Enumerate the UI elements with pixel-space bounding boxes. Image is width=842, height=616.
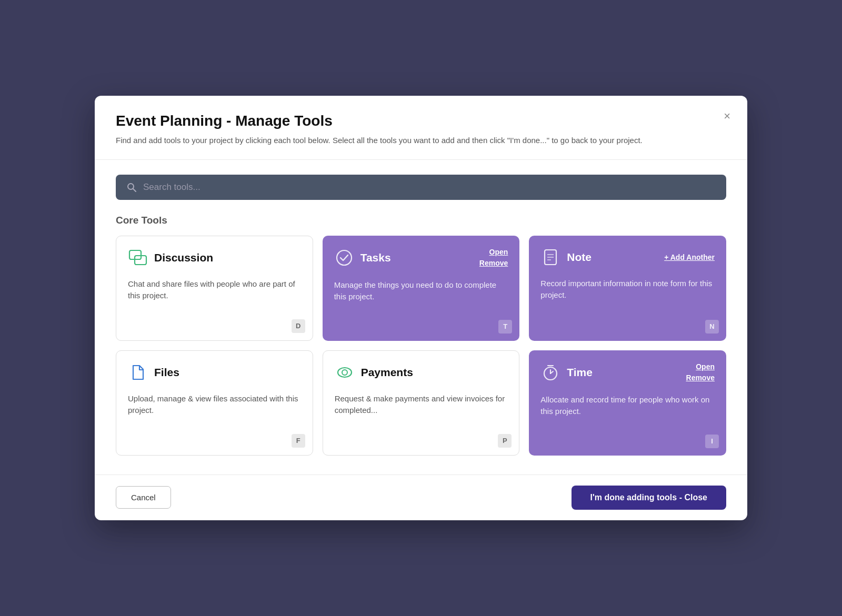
tool-description-tasks: Manage the things you need to do to comp… [334,279,508,331]
tool-shortcut-tasks: T [498,320,512,334]
tool-description-note: Record important information in note for… [540,278,715,331]
section-title-core: Core Tools [116,215,726,226]
tool-name-tasks: Tasks [360,251,391,264]
tool-name-row-discussion: Discussion [128,248,213,268]
search-icon [126,182,137,193]
tool-name-row-tasks: Tasks [334,248,391,268]
tool-card-header-time: Time Open Remove [540,362,715,383]
tool-card-discussion[interactable]: Discussion Chat and share files with peo… [116,236,313,341]
tool-description-time: Allocate and record time for people who … [540,394,715,446]
svg-point-4 [337,250,352,265]
tool-name-payments: Payments [361,366,413,379]
tasks-icon [334,248,354,268]
tool-name-row-files: Files [128,362,179,382]
svg-line-1 [133,188,136,191]
note-icon [540,247,560,267]
modal-header: Event Planning - Manage Tools Find and a… [95,96,747,160]
done-button[interactable]: I'm done adding tools - Close [572,486,726,510]
time-icon [540,362,560,382]
tool-name-row-note: Note [540,247,592,267]
tool-card-header-discussion: Discussion [128,248,301,268]
tool-card-tasks[interactable]: Tasks Open Remove Manage the things you … [323,236,520,341]
tool-name-note: Note [567,251,592,264]
tool-card-header-note: Note + Add Another [540,247,715,267]
modal-body: Core Tools [95,160,747,474]
note-add-another-button[interactable]: + Add Another [664,253,715,261]
tool-shortcut-discussion: D [292,319,305,333]
tool-name-row-time: Time [540,362,593,382]
modal-title: Event Planning - Manage Tools [116,113,726,129]
manage-tools-modal: Event Planning - Manage Tools Find and a… [95,96,747,520]
search-container [116,175,726,200]
tools-grid: Discussion Chat and share files with peo… [116,236,726,456]
tasks-open-button[interactable]: Open [489,247,508,258]
tasks-remove-button[interactable]: Remove [479,258,508,269]
modal-overlay: Event Planning - Manage Tools Find and a… [0,0,842,616]
files-icon [128,362,148,382]
tool-card-header-tasks: Tasks Open Remove [334,247,508,269]
cancel-button[interactable]: Cancel [116,486,171,509]
time-open-button[interactable]: Open [696,362,715,372]
tool-card-note[interactable]: Note + Add Another Record important info… [529,236,726,341]
close-button[interactable]: × [721,108,733,124]
tool-description-discussion: Chat and share files with people who are… [128,278,301,331]
tool-action-tasks: Open Remove [479,247,508,269]
modal-footer: Cancel I'm done adding tools - Close [95,474,747,520]
tool-description-payments: Request & make payments and view invoice… [335,393,508,446]
tool-name-files: Files [154,366,179,379]
tool-name-discussion: Discussion [154,251,213,264]
tool-shortcut-time: I [705,435,719,448]
svg-point-9 [338,368,352,377]
tool-card-header-files: Files [128,362,301,382]
tool-name-row-payments: Payments [335,362,413,382]
tool-description-files: Upload, manage & view files associated w… [128,393,301,446]
time-remove-button[interactable]: Remove [686,373,715,383]
modal-subtitle: Find and add tools to your project by cl… [116,135,665,147]
svg-point-10 [342,370,347,375]
tool-shortcut-files: F [292,434,305,448]
tool-card-files[interactable]: Files Upload, manage & view files associ… [116,350,313,456]
payments-icon [335,362,355,382]
tool-shortcut-note: N [705,320,719,334]
search-input[interactable] [143,182,716,193]
tool-name-time: Time [567,366,593,379]
tool-card-header-payments: Payments [335,362,508,382]
tool-action-time: Open Remove [686,362,715,383]
tool-card-time[interactable]: Time Open Remove Allocate and record tim… [529,350,726,456]
core-tools-section: Core Tools [116,215,726,456]
discussion-icon [128,248,148,268]
tool-shortcut-payments: P [498,434,512,448]
tool-action-note: + Add Another [664,253,715,261]
tool-card-payments[interactable]: Payments Request & make payments and vie… [323,350,520,456]
